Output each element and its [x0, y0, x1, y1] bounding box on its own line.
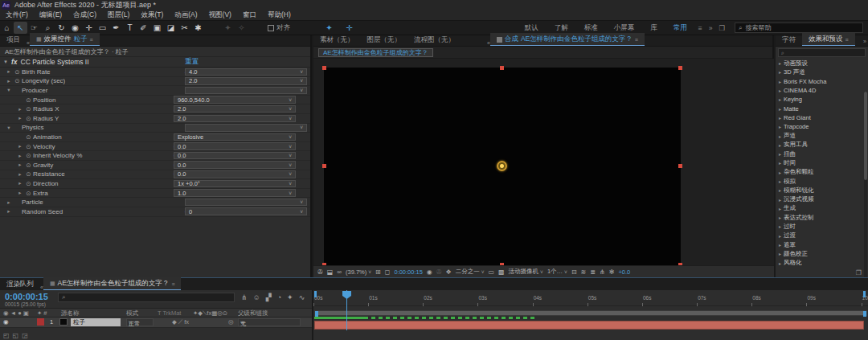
timeline-toggle-icon[interactable]: ⋔ — [241, 293, 248, 301]
comp-viewer-tab[interactable]: 图层（无） — [361, 34, 408, 46]
property-expander-icon[interactable]: ▸ — [16, 153, 24, 159]
work-area-start-bracket[interactable] — [314, 291, 317, 297]
effect-property-row[interactable]: ▸ ⊙ Gravity 0.0 ⊕ 0.0 0.0˅ — [0, 161, 310, 170]
stopwatch-icon[interactable]: ⊙ — [24, 143, 33, 150]
parent-link-header[interactable]: 父级和链接 — [238, 309, 268, 317]
pixel-aspect-icon[interactable]: ⊟ — [571, 268, 577, 276]
effects-category-row[interactable]: ▸ 表达式控制 — [776, 213, 868, 222]
work-area-bar[interactable] — [314, 310, 867, 316]
category-expander-icon[interactable]: ▸ — [779, 233, 781, 239]
effects-category-row[interactable]: ▸ Red Giant — [776, 113, 868, 122]
property-dropdown[interactable]: ˅ — [185, 199, 307, 207]
menu-item[interactable]: 文件(F) — [0, 10, 34, 20]
stopwatch-icon[interactable]: ⊙ — [13, 68, 22, 76]
viewer-icon[interactable]: ∞ — [337, 268, 342, 276]
region-of-interest-icon[interactable]: ▭ — [488, 268, 494, 276]
effect-property-row[interactable]: ▸ ⊙ Birth Rate 4.0 ⊕ 4.0 4.0˅ — [0, 68, 310, 77]
workspace-overflow-icon[interactable]: » — [706, 24, 716, 32]
work-area-out-handle[interactable] — [863, 311, 866, 317]
category-expander-icon[interactable]: ▸ — [779, 170, 781, 175]
category-expander-icon[interactable]: ▸ — [779, 187, 781, 193]
tool-icon[interactable]: ✱ — [191, 22, 205, 34]
effects-category-row[interactable]: ▸ Keying — [776, 95, 868, 104]
category-expander-icon[interactable]: ▸ — [779, 260, 781, 266]
stopwatch-icon[interactable]: ⊙ — [24, 190, 33, 197]
stopwatch-icon[interactable]: ⊙ — [24, 162, 33, 169]
work-area-end-bracket[interactable] — [863, 291, 866, 297]
effect-property-row[interactable]: ▸ ⊙ Radius X 2.0 ⊕ 2.0 2.0˅ — [0, 104, 310, 114]
grid-guides-icon[interactable]: ⊞ — [375, 268, 381, 276]
category-expander-icon[interactable]: ▸ — [779, 106, 781, 112]
tool-icon[interactable]: ✂ — [178, 22, 191, 34]
cc-home-icon[interactable]: ❒ — [715, 24, 728, 32]
property-dropdown[interactable]: 0.0˅ — [174, 161, 296, 169]
effect-property-row[interactable]: ⊙ Animation Explosive ⊕ Explosive Explos… — [0, 133, 310, 142]
effects-category-row[interactable]: ▸ 沉浸式视频 — [776, 195, 868, 203]
effects-category-row[interactable]: ▸ 遮罩 — [776, 240, 868, 249]
panel-menu-icon[interactable]: ≡ — [171, 281, 174, 287]
effects-category-row[interactable]: ▸ Trapcode — [776, 122, 868, 131]
playhead-line[interactable] — [346, 290, 347, 330]
category-expander-icon[interactable]: ▸ — [779, 215, 781, 220]
menu-item[interactable]: 编辑(E) — [34, 10, 68, 20]
selection-handle[interactable] — [322, 164, 326, 168]
stopwatch-icon[interactable]: ⊙ — [24, 96, 33, 104]
category-expander-icon[interactable]: ▸ — [779, 142, 781, 148]
panel-menu-icon[interactable]: ≡ — [90, 37, 93, 43]
property-expander-icon[interactable]: ▸ — [16, 180, 24, 186]
property-dropdown[interactable]: 2.0˅ — [185, 77, 307, 85]
property-expander-icon[interactable]: ▸ — [5, 78, 13, 84]
layer-eye-icon[interactable]: ◉ — [3, 318, 9, 326]
timeline-track-area[interactable]: 00s01s02s03s04s05s06s07s08s09s10s — [312, 290, 868, 340]
timeline-bottom-toggle[interactable]: ◰ — [3, 332, 10, 339]
mask-visibility-icon[interactable]: ◻ — [385, 268, 391, 276]
workspace-item[interactable]: 标准 — [576, 23, 606, 33]
stopwatch-icon[interactable]: ⊙ — [24, 133, 33, 141]
show-snapshot-icon[interactable]: ✇ — [436, 268, 442, 276]
new-animation-preset-button[interactable]: ❐ — [856, 269, 862, 277]
reset-effect-button[interactable]: 重置 — [185, 57, 199, 67]
property-expander-icon[interactable]: ▸ — [16, 115, 24, 121]
timeline-toggle-icon[interactable]: ∿ — [299, 293, 305, 301]
effects-category-row[interactable]: ▸ 时间 — [776, 158, 868, 167]
effect-property-row[interactable]: ▾ ⊙ Physics ⊕ ˅ — [0, 124, 310, 133]
transparency-grid-icon[interactable]: ▩ — [498, 268, 505, 276]
effects-category-row[interactable]: ▸ 生成 — [776, 204, 868, 213]
tool-icon[interactable]: ◪ — [164, 22, 178, 34]
tool-icon[interactable]: T — [123, 22, 137, 34]
property-dropdown[interactable]: 960.0,540.0˅ — [174, 96, 296, 104]
parent-pickwhip-icon[interactable]: ◎ — [228, 318, 234, 326]
property-dropdown[interactable]: Explosive˅ — [174, 133, 296, 141]
selection-handle[interactable] — [678, 66, 682, 70]
effects-category-row[interactable]: ▸ 过渡 — [776, 231, 868, 240]
property-dropdown[interactable]: ˅ — [185, 124, 307, 132]
property-dropdown[interactable]: 1.0˅ — [174, 189, 296, 197]
layer-name-field[interactable]: 粒子 — [71, 318, 121, 326]
time-ruler[interactable]: 00s01s02s03s04s05s06s07s08s09s10s — [313, 290, 868, 306]
effect-property-row[interactable]: ⊙ Position 960.0,540.0 ⊕ 960.0,540.0 960… — [0, 96, 310, 105]
menu-item[interactable]: 视图(V) — [203, 10, 237, 20]
viewer-icon[interactable]: ✇ — [317, 268, 323, 276]
category-expander-icon[interactable]: ▸ — [779, 178, 781, 184]
property-dropdown[interactable]: 1x +0.0°˅ — [174, 180, 296, 188]
snapshot-icon[interactable]: ◉ — [427, 268, 432, 276]
viewer-icon[interactable]: ⬓ — [327, 268, 334, 276]
tab-composition-active[interactable]: 合成 AE怎样制作由金色粒子组成的文字？ ≡ — [490, 33, 645, 46]
timeline-search-input[interactable]: ⌕ — [58, 293, 235, 302]
source-name-header[interactable]: 源名称 — [61, 309, 80, 317]
effects-category-row[interactable]: ▸ 实用工具 — [776, 141, 868, 150]
stopwatch-icon[interactable]: ⊙ — [24, 152, 33, 159]
tab-render-queue[interactable]: 渲染队列 — [0, 278, 40, 290]
comp-breadcrumb[interactable]: AE怎样制作由金色粒子组成的文字？ — [318, 48, 433, 57]
property-dropdown[interactable]: 4.0˅ — [185, 68, 307, 76]
property-expander-icon[interactable]: ▸ — [5, 68, 13, 75]
property-dropdown[interactable]: 0˅ — [185, 207, 307, 215]
parent-dropdown[interactable]: 无˅ — [238, 318, 301, 326]
effect-property-row[interactable]: ▾ ⊙ Producer ⊕ ˅ — [0, 86, 310, 96]
property-expander-icon[interactable]: ▸ — [16, 171, 24, 178]
tool-icon[interactable]: ✐ — [137, 22, 150, 34]
layer-row[interactable]: ◉ 1 粒子 正常˅ ◆ ⟋ fx ◎ 无˅ — [0, 317, 312, 328]
property-dropdown[interactable]: 2.0˅ — [174, 105, 296, 113]
layer-mode-dropdown[interactable]: 正常˅ — [126, 318, 154, 326]
tool-icon[interactable]: ◉ — [68, 22, 82, 34]
